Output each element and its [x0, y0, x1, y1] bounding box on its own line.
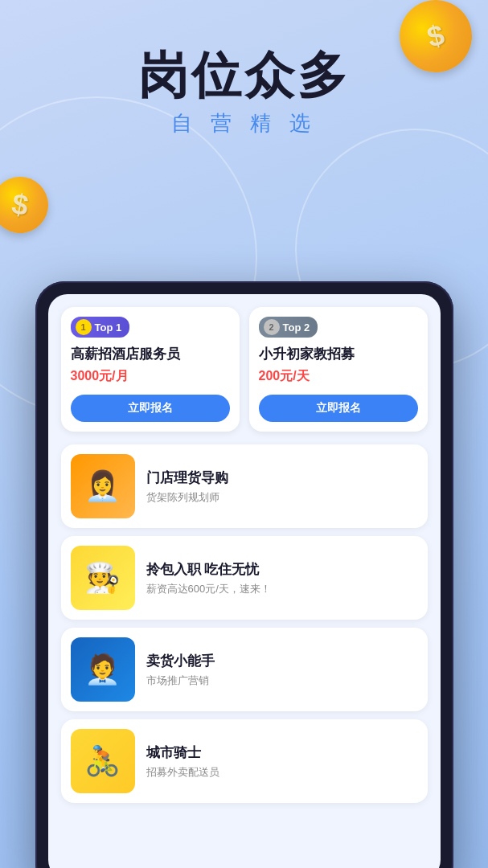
job-info-3: 城市骑士 招募外卖配送员	[146, 743, 418, 780]
device-frame: 1 Top 1 高薪招酒店服务员 3000元/月 立即报名 2 Top 2 小升…	[35, 281, 453, 868]
job-emoji-1: 🧑‍🍳	[84, 561, 121, 595]
list-item[interactable]: 🧑‍🍳 拎包入职 吃住无忧 薪资高达600元/天，速来！	[61, 536, 428, 620]
sub-title: 自 营 精 选	[0, 109, 488, 137]
list-item[interactable]: 🚴 城市骑士 招募外卖配送员	[61, 719, 428, 803]
job-emoji-3: 🚴	[84, 744, 121, 778]
job-emoji-2: 🧑‍💼	[84, 653, 121, 686]
job-desc-1: 薪资高达600元/天，速来！	[146, 582, 418, 596]
apply-btn-1[interactable]: 立即报名	[71, 395, 230, 422]
job-title-2: 卖货小能手	[146, 652, 418, 670]
card1-job-title: 高薪招酒店服务员	[71, 346, 230, 363]
job-icon-1: 🧑‍🍳	[71, 546, 135, 610]
main-title: 岗位众多	[0, 48, 488, 103]
job-title-0: 门店理货导购	[146, 469, 418, 487]
list-item[interactable]: 🧑‍💼 卖货小能手 市场推广营销	[61, 628, 428, 711]
job-icon-0: 👩‍💼	[71, 454, 135, 518]
job-info-1: 拎包入职 吃住无忧 薪资高达600元/天，速来！	[146, 560, 418, 596]
job-desc-3: 招募外卖配送员	[146, 765, 418, 780]
card2-job-title: 小升初家教招募	[259, 346, 418, 363]
top-card-2: 2 Top 2 小升初家教招募 200元/天 立即报名	[249, 307, 428, 432]
job-info-0: 门店理货导购 货架陈列规划师	[146, 469, 418, 505]
job-icon-3: 🚴	[71, 729, 135, 793]
top-cards-row: 1 Top 1 高薪招酒店服务员 3000元/月 立即报名 2 Top 2 小升…	[48, 294, 441, 432]
job-desc-2: 市场推广营销	[146, 674, 418, 688]
header-section: 岗位众多 自 营 精 选	[0, 48, 488, 137]
rank-circle-1: 1	[76, 319, 92, 335]
job-emoji-0: 👩‍💼	[84, 469, 121, 503]
rank-circle-2: 2	[264, 319, 280, 335]
apply-btn-2[interactable]: 立即报名	[259, 395, 418, 422]
list-item[interactable]: 👩‍💼 门店理货导购 货架陈列规划师	[61, 444, 428, 528]
job-title-3: 城市骑士	[146, 743, 418, 762]
device-screen: 1 Top 1 高薪招酒店服务员 3000元/月 立即报名 2 Top 2 小升…	[48, 294, 441, 868]
job-icon-2: 🧑‍💼	[71, 637, 135, 702]
job-info-2: 卖货小能手 市场推广营销	[146, 652, 418, 688]
card1-salary: 3000元/月	[71, 368, 230, 385]
top-badge-2: 2 Top 2	[259, 317, 318, 338]
card2-salary: 200元/天	[259, 368, 418, 385]
top1-label: Top 1	[95, 321, 122, 334]
job-list: 👩‍💼 门店理货导购 货架陈列规划师 🧑‍🍳 拎包入职 吃住无忧 薪资高达600…	[48, 432, 441, 816]
top2-label: Top 2	[283, 321, 310, 334]
job-title-1: 拎包入职 吃住无忧	[146, 560, 418, 579]
top-badge-1: 1 Top 1	[71, 317, 130, 338]
job-desc-0: 货架陈列规划师	[146, 490, 418, 505]
top-card-1: 1 Top 1 高薪招酒店服务员 3000元/月 立即报名	[61, 307, 240, 432]
